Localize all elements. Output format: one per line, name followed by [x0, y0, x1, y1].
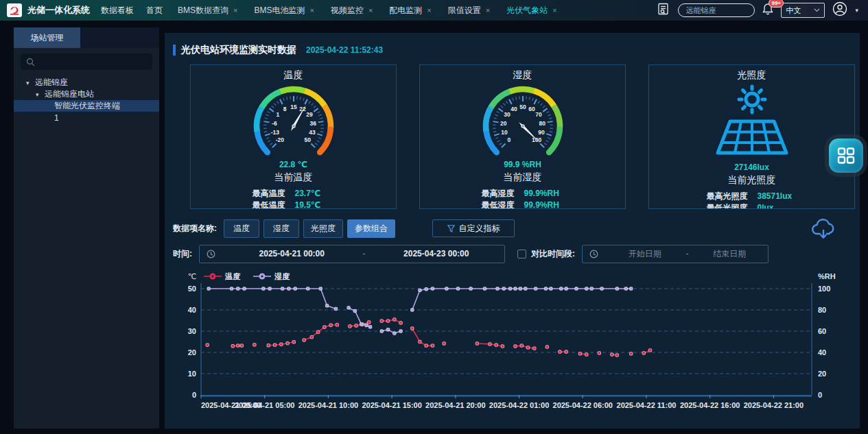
nav-tab-配电监测[interactable]: 配电监测× [389, 5, 431, 16]
compare-end-placeholder: 结束日期 [692, 248, 769, 260]
tree-node-远能锦座[interactable]: ▾远能锦座 [14, 77, 159, 88]
svg-text:30: 30 [504, 111, 511, 118]
custom-metric-button[interactable]: 自定义指标 [432, 219, 515, 237]
stat-label: 最低温度 [253, 200, 285, 209]
tab-label: 光伏气象站 [506, 5, 548, 16]
compare-checkbox[interactable] [517, 250, 526, 258]
svg-text:0: 0 [192, 391, 196, 399]
svg-text:80: 80 [539, 120, 546, 127]
illuminance-stats: 最高光照度38571lux 最低光照度0lux [649, 191, 854, 209]
x-axis-label: 2025-04-21 05:00 [235, 401, 294, 409]
download-cloud-icon[interactable] [810, 217, 836, 241]
card-title: 温度 [191, 69, 396, 82]
svg-text:-6: -6 [272, 120, 277, 127]
navbar-right-cluster: 远能锦座 99+ 中文 ▾ [657, 1, 868, 19]
illuminance-card: 光照度 27146lux 当前光照度 [648, 64, 855, 209]
svg-text:8: 8 [283, 106, 286, 112]
metric-filter-buttons: 温度湿度光照度参数组合 [224, 219, 399, 238]
gauge-svg: 0102030405060708090100 [465, 83, 581, 164]
nav-tab-视频监控[interactable]: 视频监控× [331, 5, 373, 16]
current-illuminance-label: 当前光照度 [649, 174, 854, 186]
stat-value: 0lux [758, 202, 797, 209]
menu-item-home[interactable]: 首页 [146, 5, 163, 16]
tab-close-icon[interactable]: × [233, 6, 237, 14]
tree-expand-caret-icon[interactable]: ▾ [36, 91, 41, 98]
current-illuminance-value: 27146lux [649, 162, 854, 172]
svg-text:15: 15 [290, 104, 297, 110]
svg-text:40: 40 [511, 106, 517, 112]
svg-text:100: 100 [818, 285, 830, 293]
search-icon [26, 58, 35, 67]
language-value: 中文 [786, 5, 801, 16]
tree-expand-caret-icon[interactable]: ▾ [26, 80, 32, 86]
svg-text:20: 20 [818, 370, 826, 378]
topbar-search-input[interactable]: 远能锦座 [678, 3, 755, 17]
time-label: 时间: [173, 248, 192, 260]
tab-close-icon[interactable]: × [309, 6, 314, 14]
nav-tab-限值设置[interactable]: 限值设置× [448, 5, 490, 16]
series-温度 [206, 318, 652, 357]
stat-label: 最高光照度 [707, 191, 748, 202]
main-panel: 光伏电站环境监测实时数据 2025-04-22 11:52:43 温度 -20-… [165, 33, 860, 429]
svg-text:60: 60 [818, 327, 826, 335]
x-axis-label: 2025-04-21 15:00 [362, 401, 421, 409]
gauge-svg: -20-13-618152229364350 [235, 83, 352, 164]
legend-item-温度[interactable]: 温度 [204, 272, 241, 280]
legend-item-湿度[interactable]: 湿度 [253, 272, 290, 280]
tab-bar: BMS数据查询×BMS电池监测×视频监控×配电监测×限值设置×光伏气象站× [178, 5, 557, 16]
card-title: 光照度 [649, 69, 854, 82]
temperature-gauge: -20-13-618152229364350 [235, 83, 352, 164]
stat-label: 最低湿度 [482, 200, 515, 209]
stat-label: 最低光照度 [707, 202, 748, 209]
svg-text:温度: 温度 [224, 272, 241, 280]
stat-label: 最高湿度 [482, 188, 515, 200]
report-icon[interactable] [657, 3, 670, 18]
app-logo-icon[interactable] [7, 3, 22, 17]
station-tree: ▾远能锦座▾远能锦座电站智能光伏监控终端1 [14, 77, 159, 123]
data-item-filter-row: 数据项名称: 温度湿度光照度参数组合 自定义指标 [165, 219, 860, 238]
stat-value: 23.7℃ [295, 188, 335, 200]
realtime-timestamp: 2025-04-22 11:52:43 [306, 45, 383, 55]
svg-text:40: 40 [818, 348, 826, 357]
language-select[interactable]: 中文 [781, 3, 825, 18]
station-sidebar: 场站管理 ▾远能锦座▾远能锦座电站智能光伏监控终端1 [14, 27, 159, 429]
menu-item-dashboard[interactable]: 数据看板 [101, 5, 134, 16]
nav-tab-BMS电池监测[interactable]: BMS电池监测× [254, 5, 314, 16]
humidity-card: 湿度 0102030405060708090100 99.9 %RH 当前湿度 … [419, 64, 626, 209]
current-temperature-value: 22.8 ℃ [191, 160, 396, 169]
environment-chart: 2025-04-21 00:002025-04-21 05:002025-04-… [165, 272, 860, 417]
compare-range-picker[interactable]: 开始日期 - 结束日期 [582, 245, 769, 263]
tree-node-远能锦座电站[interactable]: ▾远能锦座电站 [14, 88, 159, 100]
tree-node-1[interactable]: 1 [14, 112, 159, 123]
tab-station-management[interactable]: 场站管理 [14, 27, 80, 48]
page-title: 光伏电站环境监测实时数据 [181, 44, 296, 56]
user-avatar-icon[interactable] [832, 1, 847, 19]
time-filter-row: 时间: 2025-04-21 00:00 - 2025-04-23 00:00 … [165, 244, 860, 263]
tree-node-label: 远能锦座电站 [45, 88, 94, 100]
user-menu-caret-icon[interactable]: ▾ [855, 7, 858, 14]
tree-node-label: 1 [54, 113, 59, 123]
chart-svg: 2025-04-21 00:002025-04-21 05:002025-04-… [170, 272, 856, 417]
x-axis-label: 2025-04-22 06:00 [553, 401, 613, 409]
svg-text:湿度: 湿度 [274, 272, 290, 280]
time-range-picker[interactable]: 2025-04-21 00:00 - 2025-04-23 00:00 [199, 245, 505, 263]
tab-label: 视频监控 [331, 5, 364, 16]
widget-grid-button[interactable] [829, 138, 863, 173]
tab-close-icon[interactable]: × [486, 6, 490, 14]
filter-button-湿度[interactable]: 湿度 [263, 219, 299, 238]
nav-tab-光伏气象站[interactable]: 光伏气象站× [506, 5, 556, 16]
tab-close-icon[interactable]: × [427, 6, 431, 14]
filter-button-光照度[interactable]: 光照度 [303, 219, 343, 238]
tab-close-icon[interactable]: × [368, 6, 373, 14]
tab-label: 配电监测 [389, 5, 422, 16]
svg-text:-13: -13 [270, 129, 279, 136]
tab-close-icon[interactable]: × [552, 6, 556, 14]
y-left-unit: ℃ [188, 272, 196, 280]
sidebar-search-input[interactable] [21, 53, 152, 70]
notifications-button[interactable]: 99+ [762, 3, 773, 18]
filter-button-温度[interactable]: 温度 [224, 219, 259, 238]
tree-node-智能光伏监控终端[interactable]: 智能光伏监控终端 [14, 100, 159, 112]
nav-tab-BMS数据查询[interactable]: BMS数据查询× [178, 5, 237, 16]
filter-button-参数组合[interactable]: 参数组合 [347, 219, 395, 238]
humidity-stats: 最高湿度99.9%RH 最低湿度99.9%RH [420, 188, 625, 209]
